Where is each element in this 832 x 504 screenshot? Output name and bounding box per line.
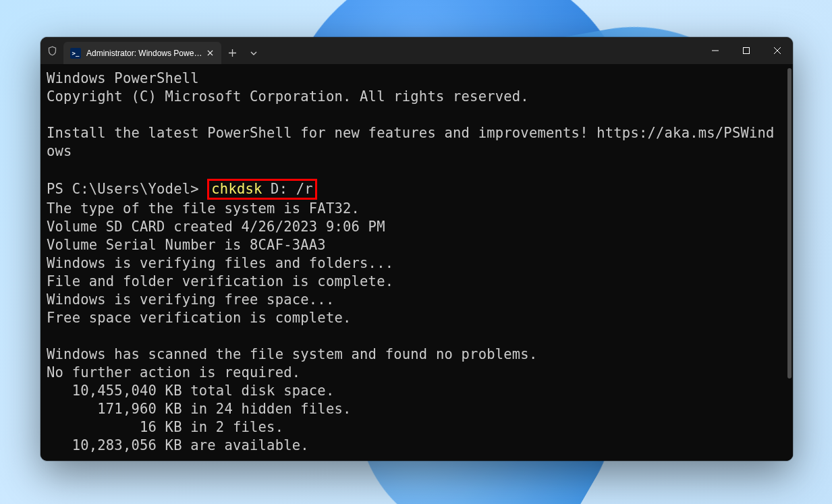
powershell-icon: >_ [70, 48, 81, 59]
command-highlight: chkdsk D: /r [207, 179, 317, 200]
shield-icon [40, 37, 63, 64]
output-line: Volume SD CARD created 4/26/2023 9:06 PM [47, 219, 385, 235]
header-line: Windows PowerShell [47, 70, 199, 86]
terminal-output[interactable]: Windows PowerShell Copyright (C) Microso… [40, 64, 786, 461]
output-line: 171,960 KB in 24 hidden files. [47, 401, 352, 417]
output-line: Windows has scanned the file system and … [47, 346, 537, 362]
titlebar[interactable]: >_ Administrator: Windows PowerShell [40, 37, 793, 64]
tab-close-button[interactable] [204, 47, 216, 59]
maximize-button[interactable] [731, 37, 762, 64]
new-tab-button[interactable] [221, 42, 243, 64]
tab-dropdown-button[interactable] [243, 42, 265, 64]
scrollbar[interactable] [786, 64, 793, 461]
output-line: File and folder verification is complete… [47, 273, 393, 289]
install-message: Install the latest PowerShell for new fe… [47, 125, 775, 159]
command-args: D: /r [262, 181, 313, 197]
tab-powershell[interactable]: >_ Administrator: Windows PowerShell [63, 42, 221, 64]
output-line: 10,283,056 KB are available. [47, 437, 309, 453]
output-line: Volume Serial Number is 8CAF-3AA3 [47, 237, 326, 253]
terminal-window: >_ Administrator: Windows PowerShell [40, 37, 793, 461]
prompt: PS C:\Users\Yodel> [47, 181, 207, 197]
tab-title: Administrator: Windows PowerShell [86, 49, 204, 58]
titlebar-drag-region[interactable] [265, 37, 700, 64]
scrollbar-thumb[interactable] [787, 68, 792, 379]
header-line: Copyright (C) Microsoft Corporation. All… [47, 88, 529, 105]
output-line: Free space verification is complete. [47, 310, 352, 326]
output-line: 16 KB in 2 files. [47, 419, 283, 435]
minimize-button[interactable] [700, 37, 731, 64]
output-line: 10,455,040 KB total disk space. [47, 383, 334, 399]
output-line: Windows is verifying free space... [47, 291, 334, 308]
terminal-body[interactable]: Windows PowerShell Copyright (C) Microso… [40, 64, 793, 461]
svg-rect-5 [744, 48, 750, 54]
output-line: No further action is required. [47, 364, 300, 381]
output-line: Windows is verifying files and folders..… [47, 255, 393, 271]
close-button[interactable] [762, 37, 793, 64]
output-line: The type of the file system is FAT32. [47, 200, 360, 217]
command-name: chkdsk [211, 181, 262, 197]
